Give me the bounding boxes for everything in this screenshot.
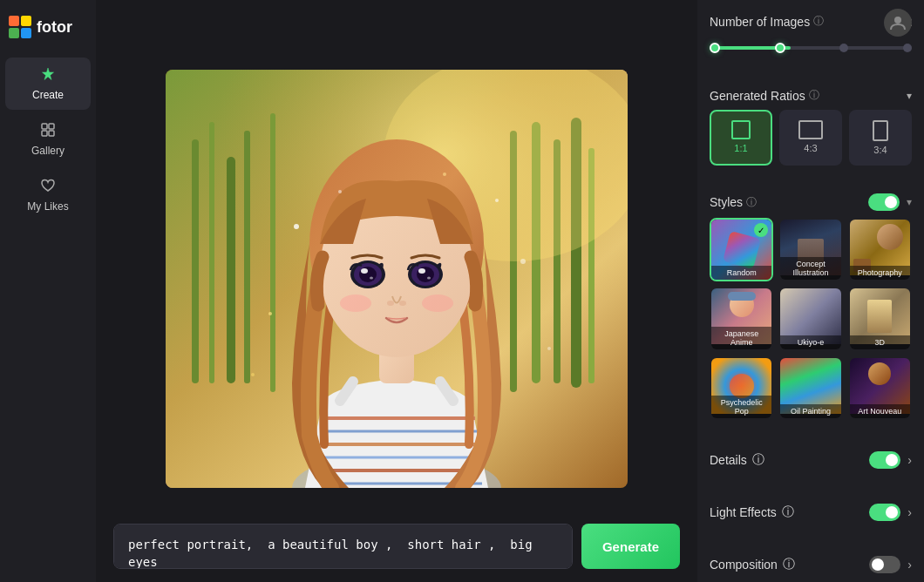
gallery-icon [40, 122, 56, 141]
sidebar: fotor Create Gallery My Likes [0, 0, 96, 582]
style-label-random: Random [711, 266, 771, 280]
generated-image [166, 70, 628, 488]
generated-ratios-header: Generated Ratios ⓘ ▾ [710, 88, 912, 103]
light-effects-right: › [869, 504, 912, 521]
sidebar-item-gallery-label: Gallery [31, 145, 65, 157]
light-effects-toggle[interactable] [869, 504, 900, 521]
info-icon-styles: ⓘ [746, 195, 757, 210]
logo-area: fotor [0, 9, 96, 56]
light-effects-section: Light Effects ⓘ › [710, 500, 912, 524]
style-label-3d: 3D [850, 335, 910, 349]
ratio-grid: 1:1 4:3 3:4 [710, 110, 912, 166]
svg-rect-11 [209, 122, 214, 383]
style-card-concept[interactable]: Concept Illustration [778, 218, 842, 281]
svg-rect-1 [21, 16, 31, 26]
sidebar-item-create[interactable]: Create [5, 58, 91, 110]
sidebar-item-gallery[interactable]: Gallery [5, 113, 91, 166]
generate-button[interactable]: Generate [581, 524, 680, 569]
info-icon-ratios: ⓘ [809, 88, 819, 103]
details-left: Details ⓘ [710, 452, 764, 468]
styles-title: Styles ⓘ [710, 195, 757, 210]
number-of-images-header: Number of Images ⓘ 2 [710, 14, 912, 29]
svg-rect-10 [192, 139, 199, 383]
svg-point-32 [417, 267, 434, 282]
svg-point-34 [427, 276, 431, 279]
right-panel: Number of Images ⓘ 2 [697, 0, 924, 582]
svg-point-33 [418, 268, 425, 274]
style-label-anime: Japanese Anime [711, 327, 771, 349]
ratio-card-4-3[interactable]: 4:3 [779, 110, 842, 166]
details-section: Details ⓘ › [710, 448, 912, 472]
app-name: fotor [37, 18, 72, 37]
svg-rect-6 [42, 131, 47, 136]
generated-ratios-title: Generated Ratios ⓘ [710, 88, 819, 103]
style-label-nouveau: Art Nouveau [850, 404, 910, 418]
svg-point-28 [361, 268, 368, 274]
svg-point-29 [370, 276, 373, 279]
svg-point-43 [443, 173, 446, 176]
style-label-photography: Photography [850, 266, 910, 280]
prompt-input[interactable]: perfect portrait, a beautiful boy , shor… [113, 524, 573, 569]
svg-rect-2 [9, 28, 19, 38]
svg-rect-18 [270, 113, 275, 392]
number-of-images-section: Number of Images ⓘ 2 [710, 14, 912, 60]
sidebar-item-create-label: Create [32, 89, 64, 101]
style-label-concept: Concept Illustration [780, 257, 840, 280]
style-card-psychedelic[interactable]: Psychedelic Pop [710, 356, 773, 420]
svg-point-35 [387, 301, 394, 306]
svg-point-41 [268, 312, 272, 315]
user-avatar[interactable] [884, 9, 912, 37]
svg-point-40 [495, 199, 499, 202]
style-label-ukiyo: Ukiyo-e [780, 335, 840, 349]
style-card-ukiyo[interactable]: Ukiyo-e [778, 287, 842, 350]
svg-point-47 [894, 17, 901, 24]
style-card-oil[interactable]: Oil Painting [778, 356, 842, 420]
style-label-psychedelic: Psychedelic Pop [711, 396, 771, 418]
images-slider-container [710, 36, 912, 60]
generated-ratios-section: Generated Ratios ⓘ ▾ 1:1 4:3 [710, 88, 912, 166]
prompt-bar: perfect portrait, a beautiful boy , shor… [96, 515, 697, 582]
info-icon-composition: ⓘ [783, 557, 795, 572]
style-card-random[interactable]: ✓ Random [710, 218, 773, 281]
svg-rect-3 [21, 28, 31, 38]
style-card-anime[interactable]: Japanese Anime [710, 287, 773, 350]
svg-rect-5 [49, 124, 54, 129]
details-toggle[interactable] [869, 451, 900, 469]
info-icon-images: ⓘ [813, 14, 824, 29]
styles-chevron[interactable]: ▾ [907, 196, 912, 208]
composition-toggle[interactable] [869, 556, 900, 573]
number-of-images-title: Number of Images ⓘ [710, 14, 824, 29]
light-effects-left: Light Effects ⓘ [710, 504, 794, 520]
style-card-nouveau[interactable]: Art Nouveau [848, 356, 912, 420]
composition-section: Composition ⓘ › [710, 552, 912, 577]
create-icon [40, 66, 56, 85]
composition-chevron[interactable]: › [907, 558, 912, 572]
slider-dot-1 [710, 43, 720, 53]
light-effects-chevron[interactable]: › [907, 505, 912, 519]
style-card-photography[interactable]: Photography [848, 218, 912, 281]
svg-rect-13 [244, 131, 250, 383]
top-bar [96, 0, 697, 42]
svg-point-37 [340, 294, 371, 312]
sidebar-item-my-likes-label: My Likes [27, 200, 68, 213]
svg-point-36 [399, 301, 406, 306]
svg-point-45 [547, 347, 551, 350]
composition-left: Composition ⓘ [710, 557, 795, 572]
style-card-3d[interactable]: 3D [848, 287, 912, 350]
ratio-card-1-1[interactable]: 1:1 [710, 110, 772, 166]
svg-rect-7 [49, 131, 54, 136]
ratio-card-3-4[interactable]: 3:4 [849, 110, 912, 166]
ratios-expand-button[interactable]: ▾ [907, 90, 912, 102]
svg-point-27 [359, 267, 377, 282]
styles-section: Styles ⓘ ▾ ✓ Random Conce [710, 193, 912, 420]
style-grid: ✓ Random Concept Illustration Photograp [710, 218, 912, 420]
svg-rect-12 [227, 157, 235, 383]
heart-icon [40, 178, 56, 197]
details-chevron[interactable]: › [907, 453, 912, 467]
styles-toggle[interactable] [868, 193, 900, 211]
composition-right: › [869, 556, 912, 573]
sidebar-item-my-likes[interactable]: My Likes [5, 169, 91, 221]
slider-dot-3 [839, 44, 848, 52]
main-content: perfect portrait, a beautiful boy , shor… [96, 0, 697, 582]
svg-point-39 [294, 224, 299, 229]
